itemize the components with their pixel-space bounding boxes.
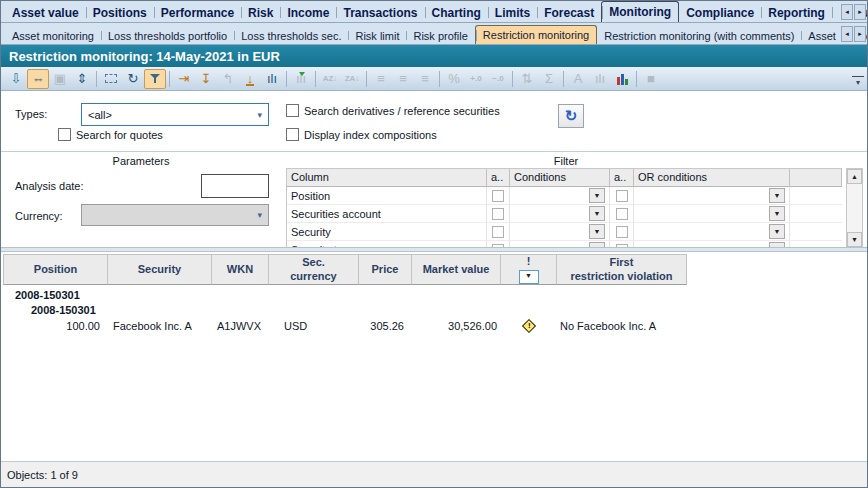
search-derivatives-checkbox[interactable]: [286, 104, 299, 117]
fit-rows-icon[interactable]: ⇕: [71, 69, 93, 89]
filter-or-conditions-cell[interactable]: ▼: [634, 241, 790, 247]
tab-asset-monitoring[interactable]: Asset monitoring: [5, 27, 101, 44]
toolbar: ⇩ ⇔ ▣ ⇕ ↻ ⇥ ↧ ↰ ↓ ılı ılı AZ↓ ZA↓ ≡ ≡ ≡ …: [1, 67, 867, 91]
tab-scroll-left-icon[interactable]: ◂: [841, 26, 853, 42]
chart-bar: [617, 77, 620, 85]
filter-col-header[interactable]: a..: [610, 169, 634, 187]
dropdown-arrow-icon[interactable]: ▼: [769, 188, 785, 203]
tab-scroll-right-icon[interactable]: ▸: [854, 26, 866, 42]
tab-charting[interactable]: Charting: [425, 3, 488, 22]
expand-positions-icon[interactable]: ⇔: [27, 69, 49, 89]
refresh-button[interactable]: ↻: [558, 104, 584, 128]
types-select[interactable]: <all> ▾: [81, 103, 269, 126]
tab-reporting[interactable]: Reporting: [761, 3, 832, 22]
tab-transactions[interactable]: Transactions: [336, 3, 424, 22]
warning-filter-dropdown[interactable]: ▼: [519, 270, 539, 284]
filter-and-checkbox[interactable]: [492, 244, 504, 248]
filter-icon[interactable]: [144, 69, 166, 89]
dropdown-arrow-icon[interactable]: ▼: [589, 242, 605, 247]
font-icon: A: [567, 69, 589, 89]
collapse-levels-icon[interactable]: ⇩: [5, 69, 27, 89]
filter-and-checkbox[interactable]: [492, 226, 504, 238]
jump-bottom-icon[interactable]: ↓: [239, 69, 261, 89]
col-header-sec-currency[interactable]: Sec. currency: [269, 254, 359, 285]
toolbar-separator: [512, 71, 513, 87]
filter-and-checkbox[interactable]: [492, 208, 504, 220]
chart-bar: [625, 79, 628, 85]
dropdown-arrow-icon[interactable]: ▼: [589, 188, 605, 203]
filter-or-conditions-cell[interactable]: ▼: [634, 187, 790, 205]
subgroup-row[interactable]: 2008-150301: [3, 303, 867, 318]
scroll-down-icon[interactable]: ▼: [847, 232, 862, 247]
dropdown-arrow-icon[interactable]: ▼: [589, 224, 605, 239]
tab-income[interactable]: Income: [280, 3, 336, 22]
scrollbar-track[interactable]: [847, 184, 862, 232]
scroll-up-icon[interactable]: ▲: [847, 169, 862, 184]
tab-scroll-left-icon[interactable]: ◂: [841, 4, 853, 20]
search-quotes-checkbox[interactable]: [58, 128, 71, 141]
filter-and-checkbox[interactable]: [616, 226, 628, 238]
filter-and-checkbox[interactable]: [492, 190, 504, 202]
chart-columns-icon[interactable]: ılı: [261, 69, 283, 89]
filter-or-conditions-cell[interactable]: ▼: [634, 223, 790, 241]
col-header-price[interactable]: Price: [359, 254, 412, 285]
placeholder-icon: ■: [640, 69, 662, 89]
filter-conditions-cell[interactable]: ▼: [510, 205, 610, 223]
currency-select[interactable]: ▾: [81, 204, 269, 226]
tab-limits[interactable]: Limits: [488, 3, 537, 22]
filter-col-header[interactable]: a..: [487, 169, 510, 187]
toolbar-separator: [286, 71, 287, 87]
tab-compliance[interactable]: Compliance: [679, 3, 761, 22]
filter-and-checkbox[interactable]: [616, 190, 628, 202]
cell-sec-currency: USD: [269, 318, 359, 334]
filter-and-checkbox[interactable]: [616, 244, 628, 248]
parameters-heading: Parameters: [1, 155, 281, 167]
dropdown-arrow-icon[interactable]: ▼: [769, 206, 785, 221]
tab-loss-thresholds-sec[interactable]: Loss thresholds sec.: [234, 27, 348, 44]
filter-col-header[interactable]: Column: [287, 169, 487, 187]
filter-col-header[interactable]: OR conditions: [634, 169, 790, 187]
chart-colored-icon[interactable]: [611, 69, 633, 89]
tab-monitoring[interactable]: Monitoring: [601, 1, 679, 23]
tab-restriction-monitoring-comments[interactable]: Restriction monitoring (with comments): [597, 27, 801, 44]
col-header-first-violation[interactable]: First restriction violation: [557, 254, 687, 285]
tab-risk-profile[interactable]: Risk profile: [406, 27, 474, 44]
tab-forecast[interactable]: Forecast: [537, 3, 601, 22]
group-row[interactable]: 2008-150301: [3, 288, 867, 303]
sum-icon: Σ: [538, 69, 560, 89]
tab-asset-value[interactable]: Asset value: [5, 3, 86, 22]
tab-risk[interactable]: Risk: [241, 3, 280, 22]
filter-column-name: Security type: [287, 241, 487, 247]
insert-below-icon[interactable]: ↧: [195, 69, 217, 89]
toolbar-separator: [96, 71, 97, 87]
tab-performance[interactable]: Performance: [154, 3, 241, 22]
filter-or-conditions-cell[interactable]: ▼: [634, 205, 790, 223]
insert-position-icon[interactable]: ⇥: [173, 69, 195, 89]
filter-scrollbar[interactable]: ▲ ▼: [846, 168, 863, 247]
analysis-date-input[interactable]: [201, 174, 269, 198]
filter-and-checkbox[interactable]: [616, 208, 628, 220]
tab-scroll-right-icon[interactable]: ▸: [854, 4, 866, 20]
filter-conditions-cell[interactable]: ▼: [510, 241, 610, 247]
filter-col-header[interactable]: Conditions: [510, 169, 610, 187]
tab-loss-thresholds-portfolio[interactable]: Loss thresholds portfolio: [101, 27, 234, 44]
toolbar-overflow-icon[interactable]: ▾: [852, 76, 864, 88]
col-header-market-value[interactable]: Market value: [412, 254, 501, 285]
tab-restriction-monitoring[interactable]: Restriction monitoring: [475, 25, 597, 45]
filter-conditions-cell[interactable]: ▼: [510, 187, 610, 205]
tab-risk-limit[interactable]: Risk limit: [348, 27, 406, 44]
dropdown-arrow-icon[interactable]: ▼: [769, 242, 785, 247]
colored-bars-icon: [617, 72, 628, 85]
display-index-checkbox[interactable]: [286, 128, 299, 141]
refresh-icon[interactable]: ↻: [122, 69, 144, 89]
dropdown-arrow-icon[interactable]: ▼: [769, 224, 785, 239]
table-row[interactable]: 100.00 Facebook Inc. A A1JWVX USD 305.26…: [3, 318, 867, 334]
new-view-icon[interactable]: [100, 69, 122, 89]
col-header-warning[interactable]: ! ▼: [501, 254, 557, 285]
dropdown-arrow-icon[interactable]: ▼: [589, 206, 605, 221]
tab-positions[interactable]: Positions: [86, 3, 154, 22]
col-header-position[interactable]: Position: [3, 254, 108, 285]
col-header-wkn[interactable]: WKN: [212, 254, 269, 285]
col-header-security[interactable]: Security: [108, 254, 212, 285]
filter-conditions-cell[interactable]: ▼: [510, 223, 610, 241]
